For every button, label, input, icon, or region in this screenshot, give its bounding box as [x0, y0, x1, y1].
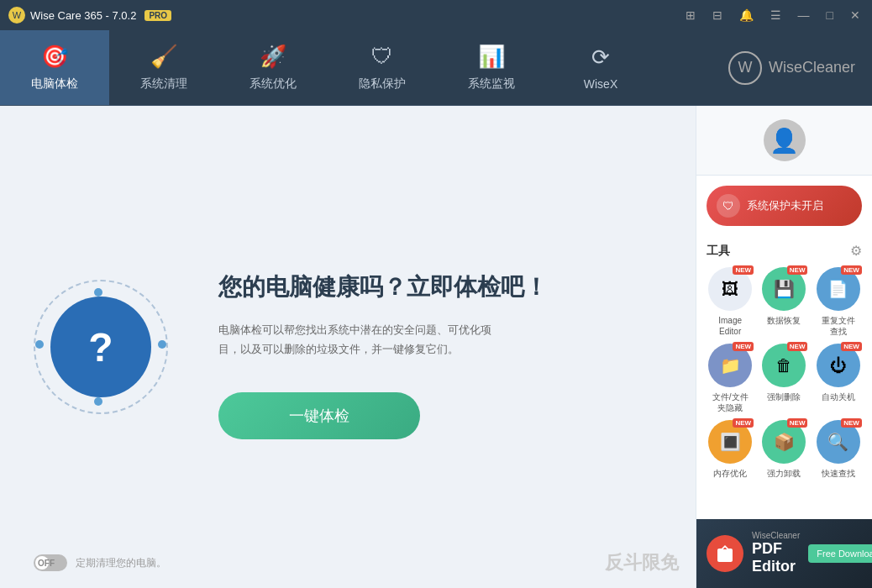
- quick-search-label: 快速查找: [822, 468, 855, 479]
- nav-item-pccheck[interactable]: 🎯 电脑体检: [0, 30, 109, 105]
- pdf-icon: [707, 535, 743, 572]
- data-recovery-icon: 💾: [774, 279, 795, 299]
- nav-item-wisex[interactable]: ⟳ WiseX: [546, 30, 655, 105]
- tool-force-del[interactable]: 🗑 NEW 强制删除: [760, 344, 807, 413]
- tool-image-editor[interactable]: 🖼 NEW ImageEditor: [707, 267, 754, 337]
- uninstall-label: 强力卸载: [767, 468, 801, 479]
- pdf-banner[interactable]: WiseCleaner PDF Editor Free Download: [696, 519, 872, 588]
- auto-shutdown-icon-wrap: ⏻ NEW: [817, 344, 860, 387]
- left-panel: ? 您的电脑健康吗？立即体检吧！ 电脑体检可以帮您找出系统中潜在的安全问题、可优…: [0, 106, 696, 588]
- new-badge: NEW: [733, 265, 754, 275]
- main-content: ? 您的电脑健康吗？立即体检吧！ 电脑体检可以帮您找出系统中潜在的安全问题、可优…: [0, 106, 872, 588]
- quick-search-icon: 🔍: [827, 432, 848, 452]
- new-badge: NEW: [733, 418, 754, 428]
- health-circle-outer: ?: [34, 280, 168, 414]
- nav-label-sysclean: 系统清理: [140, 76, 187, 92]
- tool-quick-search[interactable]: 🔍 NEW 快速查找: [815, 420, 862, 479]
- app-title: Wise Care 365 - 7.0.2: [30, 9, 136, 22]
- nav-item-privacy[interactable]: 🛡 隐私保护: [328, 30, 437, 105]
- gear-icon[interactable]: ⚙: [850, 243, 862, 259]
- logo-shield: W: [8, 7, 25, 24]
- tools-title: 工具: [707, 244, 730, 259]
- window-controls: ⊞ ⊟ 🔔 ☰ — □ ✕: [682, 7, 864, 24]
- new-badge: NEW: [787, 342, 808, 351]
- toggle-label: OFF: [38, 559, 55, 568]
- notification-icon[interactable]: 🔔: [736, 7, 757, 24]
- privacy-icon: 🛡: [371, 44, 393, 70]
- quick-search-icon-wrap: 🔍 NEW: [817, 420, 860, 464]
- data-recovery-label: 数据恢复: [767, 315, 801, 326]
- nav-item-sysopt[interactable]: 🚀 系统优化: [218, 30, 328, 105]
- file-hide-icon-wrap: 📁 NEW: [708, 344, 752, 387]
- nav-label-sysmon: 系统监视: [468, 76, 515, 92]
- circle-dot: [94, 397, 102, 406]
- dup-finder-icon: 📄: [827, 279, 848, 299]
- new-badge: NEW: [841, 265, 862, 275]
- minimize-button[interactable]: —: [795, 7, 813, 24]
- protection-label: 系统保护未开启: [747, 198, 823, 213]
- pccheck-icon: 🎯: [41, 44, 68, 70]
- tool-mem-opt[interactable]: 🔳 NEW 内存优化: [707, 420, 754, 479]
- dup-finder-icon-wrap: 📄 NEW: [817, 267, 860, 311]
- mem-opt-icon: 🔳: [720, 432, 741, 452]
- maximize-button[interactable]: □: [823, 7, 837, 24]
- auto-clean-toggle[interactable]: OFF: [34, 554, 67, 571]
- pro-badge: PRO: [144, 10, 171, 21]
- pdf-brand: WiseCleaner: [752, 531, 800, 540]
- protection-icon: 🛡: [717, 194, 740, 218]
- user-section: 👤: [696, 106, 872, 176]
- force-del-icon: 🗑: [775, 356, 792, 375]
- force-del-label: 强制删除: [767, 391, 801, 402]
- uninstall-icon-wrap: 📦 NEW: [762, 420, 806, 464]
- tools-header: 工具 ⚙: [707, 243, 862, 259]
- circle-dot: [158, 340, 166, 349]
- content-area: 您的电脑健康吗？立即体检吧！ 电脑体检可以帮您找出系统中潜在的安全问题、可优化项…: [218, 131, 662, 563]
- protection-button[interactable]: 🛡 系统保护未开启: [707, 186, 862, 226]
- nav-item-sysclean[interactable]: 🧹 系统清理: [109, 30, 218, 105]
- pdf-title: PDF Editor: [752, 540, 800, 576]
- nav-bar: 🎯 电脑体检 🧹 系统清理 🚀 系统优化 🛡 隐私保护 📊 系统监视 ⟳ Wis…: [0, 30, 872, 106]
- nav-label-privacy: 隐私保护: [359, 76, 406, 92]
- tool-file-hide[interactable]: 📁 NEW 文件/文件夹隐藏: [707, 344, 754, 413]
- taskbar-icon1[interactable]: ⊞: [682, 7, 699, 24]
- uninstall-icon: 📦: [774, 432, 795, 452]
- pdf-download-button[interactable]: Free Download: [808, 544, 872, 563]
- image-editor-icon: 🖼: [722, 280, 738, 299]
- taskbar-icon2[interactable]: ⊟: [709, 7, 726, 24]
- toggle-description: 定期清理您的电脑。: [76, 556, 166, 570]
- wisecleaner-logo: W WiseCleaner: [712, 30, 872, 105]
- tools-section: 工具 ⚙ 🖼 NEW ImageEditor 💾 NEW: [696, 236, 872, 519]
- main-description: 电脑体检可以帮您找出系统中潜在的安全问题、可优化项目，以及可以删除的垃圾文件，并…: [218, 320, 512, 360]
- right-panel: 👤 🛡 系统保护未开启 工具 ⚙ 🖼 NEW ImageEditor: [696, 106, 872, 588]
- sysclean-icon: 🧹: [150, 44, 177, 70]
- health-circle-inner: ?: [50, 297, 151, 397]
- health-circle: ?: [34, 280, 168, 414]
- app-logo: W Wise Care 365 - 7.0.2 PRO: [8, 7, 171, 24]
- close-button[interactable]: ✕: [847, 7, 864, 24]
- data-recovery-icon-wrap: 💾 NEW: [762, 267, 806, 311]
- file-hide-icon: 📁: [720, 355, 741, 375]
- toggle-area: OFF 定期清理您的电脑。: [34, 554, 166, 571]
- tool-auto-shutdown[interactable]: ⏻ NEW 自动关机: [815, 344, 862, 413]
- logo-circle: W: [728, 51, 762, 85]
- main-title: 您的电脑健康吗？立即体检吧！: [218, 271, 662, 303]
- tool-dup-finder[interactable]: 📄 NEW 重复文件查找: [815, 267, 862, 337]
- auto-shutdown-label: 自动关机: [822, 391, 855, 402]
- menu-icon[interactable]: ☰: [767, 7, 785, 24]
- title-bar: W Wise Care 365 - 7.0.2 PRO ⊞ ⊟ 🔔 ☰ — □ …: [0, 0, 872, 30]
- nav-item-sysmon[interactable]: 📊 系统监视: [437, 30, 546, 105]
- nav-label-wisex: WiseX: [584, 77, 617, 91]
- file-hide-label: 文件/文件夹隐藏: [712, 391, 749, 413]
- image-editor-label: ImageEditor: [718, 315, 742, 337]
- sysopt-icon: 🚀: [260, 44, 286, 70]
- new-badge: NEW: [787, 265, 808, 275]
- nav-label-sysopt: 系统优化: [250, 76, 297, 92]
- auto-shutdown-icon: ⏻: [830, 356, 847, 375]
- tool-data-recovery[interactable]: 💾 NEW 数据恢复: [760, 267, 807, 337]
- new-badge: NEW: [841, 342, 862, 351]
- new-badge: NEW: [787, 418, 808, 428]
- mem-opt-label: 内存优化: [713, 468, 747, 479]
- scan-button[interactable]: 一键体检: [218, 392, 420, 439]
- tool-uninstall[interactable]: 📦 NEW 强力卸载: [760, 420, 807, 479]
- tools-grid: 🖼 NEW ImageEditor 💾 NEW 数据恢复 �: [707, 267, 862, 479]
